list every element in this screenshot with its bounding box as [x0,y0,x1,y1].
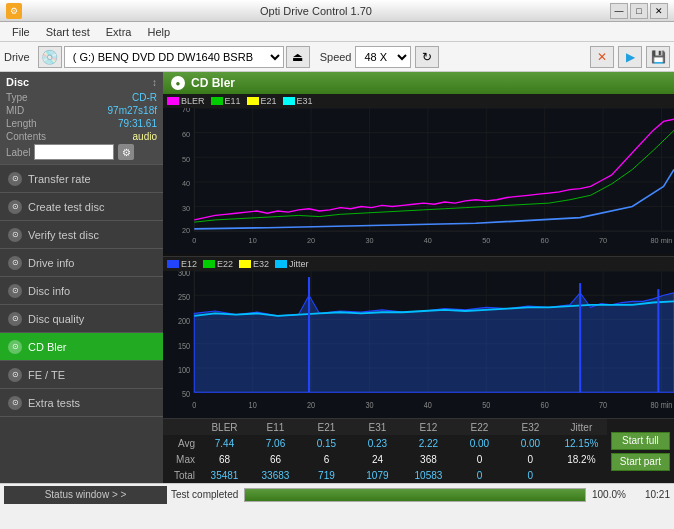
speed-label: Speed [320,51,352,63]
drive-info-label: Drive info [28,257,74,269]
stats-total-e21: 719 [301,470,352,481]
svg-text:60: 60 [541,236,549,245]
menu-help[interactable]: Help [139,24,178,40]
stats-total-e31: 1079 [352,470,403,481]
menu-file[interactable]: File [4,24,38,40]
minimize-button[interactable]: — [610,3,628,19]
erase-button[interactable]: ✕ [590,46,614,68]
svg-text:70: 70 [599,400,608,410]
sidebar-item-cd-bler[interactable]: ⊙ CD Bler [0,333,163,361]
stats-avg-e31: 0.23 [352,438,403,449]
label-gear-button[interactable]: ⚙ [118,144,134,160]
start-full-button[interactable]: Start full [611,432,670,450]
disc-quality-icon: ⊙ [8,312,22,326]
svg-text:250: 250 [178,292,191,302]
progress-area: Test completed 100.0% 10:21 [171,488,670,502]
stats-max-label: Max [163,454,199,465]
speed-select[interactable]: 48 X [355,46,411,68]
disc-quality-label: Disc quality [28,313,84,325]
svg-text:60: 60 [541,400,550,410]
disc-mid-value: 97m27s18f [108,105,157,116]
stats-avg-e11: 7.06 [250,438,301,449]
sidebar-item-verify-test-disc[interactable]: ⊙ Verify test disc [0,221,163,249]
legend-e12: E12 [167,259,197,269]
sidebar-item-extra-tests[interactable]: ⊙ Extra tests [0,389,163,417]
stats-avg-label: Avg [163,438,199,449]
stats-table: BLER E11 E21 E31 E12 E22 E32 Jitter Avg … [163,419,607,483]
disc-label-input[interactable] [34,144,114,160]
stats-avg-jitter: 12.15% [556,438,607,449]
stats-col-e32: E32 [505,422,556,433]
disc-arrow-icon[interactable]: ↕ [152,77,157,88]
progress-percent: 100.0% [592,489,628,500]
disc-section: Disc ↕ Type CD-R MID 97m27s18f Length 79… [0,72,163,165]
refresh-button[interactable]: ↻ [415,46,439,68]
stats-max-e12: 368 [403,454,454,465]
svg-text:40: 40 [424,236,432,245]
sidebar-item-create-test-disc[interactable]: ⊙ Create test disc [0,193,163,221]
close-button[interactable]: ✕ [650,3,668,19]
stats-avg-bler: 7.44 [199,438,250,449]
eject-button[interactable]: ⏏ [286,46,310,68]
transfer-rate-icon: ⊙ [8,172,22,186]
svg-text:70: 70 [182,108,190,115]
disc-contents-value: audio [133,131,157,142]
svg-text:40: 40 [424,400,433,410]
legend-e32: E32 [239,259,269,269]
legend-bler: BLER [167,96,205,106]
disc-type-value: CD-R [132,92,157,103]
sidebar-item-transfer-rate[interactable]: ⊙ Transfer rate [0,165,163,193]
create-test-disc-icon: ⊙ [8,200,22,214]
disc-mid-label: MID [6,105,24,116]
stats-area: BLER E11 E21 E31 E12 E22 E32 Jitter Avg … [163,418,674,483]
sidebar-item-fe-te[interactable]: ⊙ FE / TE [0,361,163,389]
svg-text:80 min: 80 min [651,400,673,410]
stats-max-e21: 6 [301,454,352,465]
disc-info-label: Disc info [28,285,70,297]
svg-text:0: 0 [192,236,196,245]
transfer-rate-label: Transfer rate [28,173,91,185]
stats-total-e22: 0 [454,470,505,481]
disc-section-title: Disc [6,76,29,88]
svg-text:0: 0 [192,400,197,410]
extra-tests-icon: ⊙ [8,396,22,410]
status-window-toggle[interactable]: Status window > > [4,486,167,504]
cd-bler-icon: ⊙ [8,340,22,354]
svg-text:20: 20 [307,236,315,245]
sidebar-item-disc-info[interactable]: ⊙ Disc info [0,277,163,305]
legend-e22: E22 [203,259,233,269]
maximize-button[interactable]: □ [630,3,648,19]
stats-total-e32: 0 [505,470,556,481]
burn-button[interactable]: ▶ [618,46,642,68]
svg-text:50: 50 [482,236,490,245]
svg-text:30: 30 [365,400,374,410]
stats-max-e11: 66 [250,454,301,465]
drive-info-icon: ⊙ [8,256,22,270]
disc-length-value: 79:31.61 [118,118,157,129]
chart-header: ● CD Bler [163,72,674,94]
verify-test-disc-label: Verify test disc [28,229,99,241]
svg-text:20: 20 [182,226,190,235]
start-part-button[interactable]: Start part [611,453,670,471]
title-bar: ⚙ Opti Drive Control 1.70 — □ ✕ [0,0,674,22]
svg-text:40: 40 [182,179,190,188]
drive-select[interactable]: ( G:) BENQ DVD DD DW1640 BSRB [64,46,284,68]
sidebar-item-drive-info[interactable]: ⊙ Drive info [0,249,163,277]
drive-label: Drive [4,51,30,63]
svg-text:150: 150 [178,341,191,351]
extra-tests-label: Extra tests [28,397,80,409]
stats-max-jitter: 18.2% [556,454,607,465]
save-button[interactable]: 💾 [646,46,670,68]
svg-text:70: 70 [599,236,607,245]
start-buttons-area: Start full Start part [607,419,674,483]
disc-type-label: Type [6,92,28,103]
sidebar-item-disc-quality[interactable]: ⊙ Disc quality [0,305,163,333]
menu-extra[interactable]: Extra [98,24,140,40]
menu-bar: File Start test Extra Help [0,22,674,42]
bottom-chart-svg: 300 250 200 150 100 50 20% 16% 12% 8% 4%… [163,271,674,417]
svg-text:30: 30 [182,204,190,213]
stats-col-e31: E31 [352,422,403,433]
menu-start-test[interactable]: Start test [38,24,98,40]
fe-te-label: FE / TE [28,369,65,381]
svg-text:300: 300 [178,271,191,278]
